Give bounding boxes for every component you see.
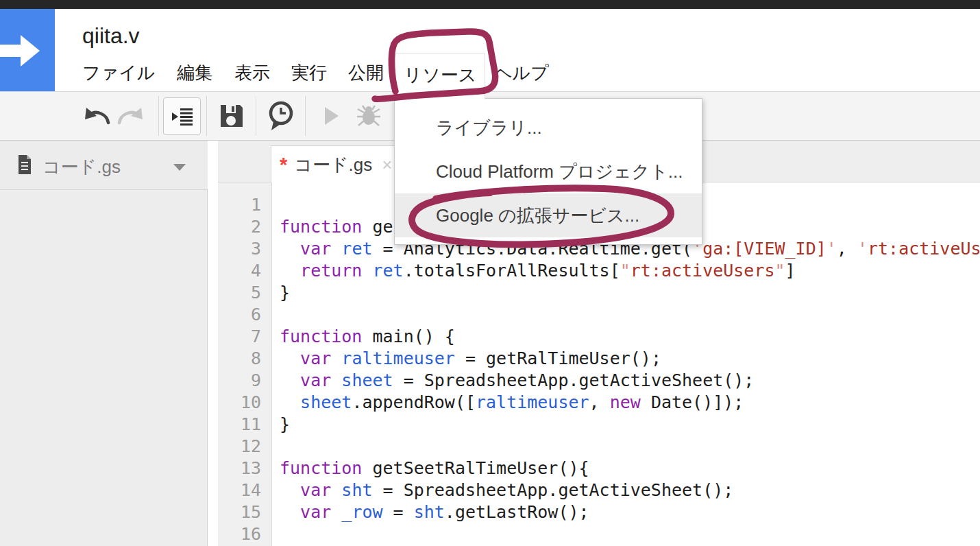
save-icon bbox=[219, 104, 244, 128]
toolbar-separator bbox=[305, 96, 306, 136]
code-line: } bbox=[280, 414, 980, 436]
code-line: function main() { bbox=[280, 326, 980, 348]
project-title[interactable]: qiita.v bbox=[82, 23, 140, 49]
line-number: 3 bbox=[218, 238, 271, 260]
redo-icon bbox=[117, 105, 144, 127]
code-line bbox=[280, 304, 980, 326]
undo-button[interactable] bbox=[82, 103, 112, 129]
menu-help[interactable]: ヘルプ bbox=[494, 61, 549, 85]
menu-edit[interactable]: 編集 bbox=[177, 61, 212, 85]
line-number: 10 bbox=[218, 392, 271, 414]
run-button[interactable] bbox=[319, 106, 344, 126]
line-number: 5 bbox=[218, 282, 271, 304]
code-line: } bbox=[280, 282, 980, 304]
indent-icon bbox=[171, 108, 193, 126]
line-number: 2 bbox=[218, 216, 271, 238]
files-sidebar: コード.gs bbox=[0, 141, 208, 546]
save-button[interactable] bbox=[217, 103, 247, 129]
menu-publish[interactable]: 公開 bbox=[348, 61, 384, 85]
line-number: 9 bbox=[218, 370, 271, 392]
app-logo bbox=[0, 9, 55, 92]
code-line bbox=[280, 523, 980, 545]
toolbar-separator bbox=[256, 96, 256, 136]
line-number: 4 bbox=[218, 260, 271, 282]
sidebar-file-item[interactable]: コード.gs bbox=[0, 141, 208, 190]
apps-script-editor-window: qiita.v ファイル 編集 表示 実行 公開 ヘルプ bbox=[0, 0, 980, 546]
code-line bbox=[280, 436, 980, 458]
redo-button[interactable] bbox=[115, 103, 145, 129]
line-number: 15 bbox=[218, 501, 271, 523]
line-number: 14 bbox=[218, 479, 271, 501]
line-number-gutter: 12345678910111213141516 bbox=[218, 182, 272, 546]
code-line: var sheet = SpreadsheetApp.getActiveShee… bbox=[280, 370, 980, 392]
execution-transcript-button[interactable] bbox=[265, 101, 297, 131]
toolbar-separator bbox=[206, 96, 207, 136]
menu-item-cloud-platform-project[interactable]: Cloud Platform プロジェクト... bbox=[395, 150, 702, 193]
line-number: 13 bbox=[218, 458, 271, 479]
run-icon bbox=[323, 106, 340, 126]
line-number: 1 bbox=[218, 194, 271, 216]
line-number: 7 bbox=[218, 326, 271, 348]
menu-file[interactable]: ファイル bbox=[82, 61, 155, 85]
code-line: var raltimeuser = getRalTimeUser(); bbox=[280, 348, 980, 370]
browser-top-strip bbox=[0, 0, 980, 9]
line-number: 11 bbox=[218, 414, 271, 436]
chevron-down-icon[interactable] bbox=[173, 164, 186, 171]
unsaved-marker: * bbox=[280, 154, 287, 176]
debug-button[interactable] bbox=[355, 103, 382, 128]
line-number: 6 bbox=[218, 304, 271, 326]
code-line: var _row = sht.getLastRow(); bbox=[280, 501, 980, 523]
menu-run[interactable]: 実行 bbox=[291, 61, 327, 85]
menu-item-libraries[interactable]: ライブラリ... bbox=[395, 106, 702, 150]
sidebar-file-name: コード.gs bbox=[42, 155, 121, 179]
line-number: 16 bbox=[218, 523, 271, 545]
line-number: 12 bbox=[218, 436, 271, 458]
code-line: function getSeetRalTimeUser(){ bbox=[280, 458, 980, 479]
document-icon bbox=[16, 154, 33, 175]
menu-view[interactable]: 表示 bbox=[234, 61, 270, 85]
toolbar-separator bbox=[158, 96, 159, 136]
code-line: var sht = SpreadsheetApp.getActiveSheet(… bbox=[280, 479, 980, 501]
execution-transcript-icon bbox=[266, 100, 296, 132]
menu-item-advanced-google-services[interactable]: Google の拡張サービス... bbox=[395, 193, 702, 237]
debug-icon bbox=[356, 104, 381, 127]
undo-icon bbox=[84, 105, 111, 127]
resources-dropdown-menu: ライブラリ... Cloud Platform プロジェクト... Google… bbox=[394, 98, 702, 245]
indent-button[interactable] bbox=[163, 97, 201, 135]
arrow-right-icon bbox=[0, 29, 42, 72]
code-line: return ret.totalsForAllResults["rt:activ… bbox=[280, 260, 980, 282]
tab-label: コード.gs bbox=[294, 153, 372, 177]
menu-resources[interactable]: リソース bbox=[395, 53, 485, 99]
code-line: sheet.appendRow([raltimeuser, new Date()… bbox=[280, 392, 980, 414]
line-number: 8 bbox=[218, 348, 271, 370]
close-icon[interactable]: × bbox=[382, 154, 392, 176]
